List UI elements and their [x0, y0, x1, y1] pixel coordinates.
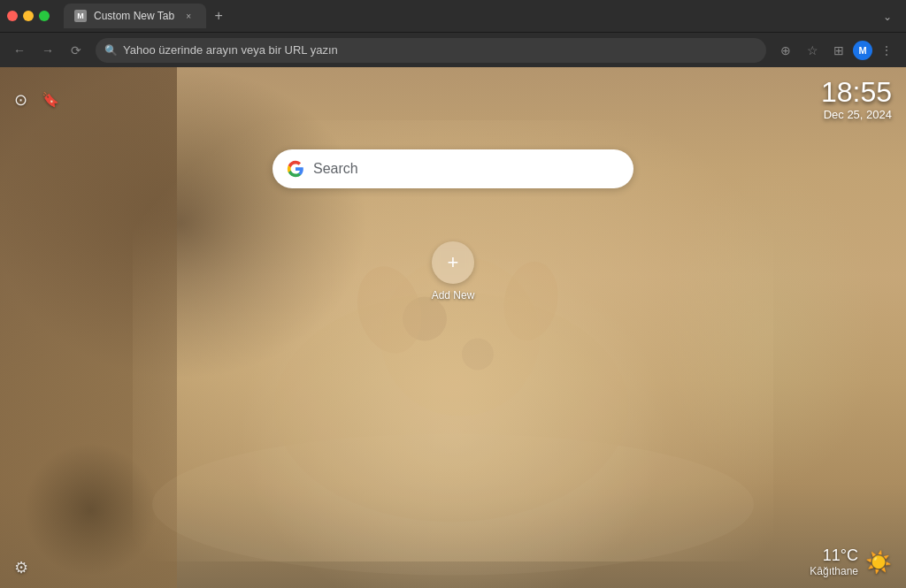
weather-location: Kâğıthane — [810, 565, 858, 577]
add-new-label: Add New — [432, 289, 475, 302]
navigation-bar: ← → ⟳ 🔍 Yahoo üzerinde arayın veya bir U… — [0, 32, 906, 67]
search-bar[interactable]: Search — [273, 149, 633, 188]
settings-button[interactable]: ⚙ — [14, 558, 28, 577]
tabs-menu-button[interactable]: ⌄ — [876, 7, 899, 27]
main-content: ⊙ 🔖 18:55 Dec 25, 2024 — [0, 67, 906, 588]
shortcuts-area: + Add New — [432, 241, 475, 302]
back-button[interactable]: ← — [7, 38, 32, 63]
forward-button[interactable]: → — [35, 38, 60, 63]
weather-info: 11°C Kâğıthane — [810, 546, 858, 577]
tab-close-button[interactable]: × — [181, 9, 196, 23]
top-widgets-bar: ⊙ 🔖 18:55 Dec 25, 2024 — [0, 67, 906, 132]
history-widget-icon[interactable]: ⊙ — [14, 90, 27, 110]
bookmark-button[interactable]: ☆ — [800, 38, 825, 63]
profile-button[interactable]: M — [853, 41, 872, 60]
weather-widget: 11°C Kâğıthane ☀️ — [810, 546, 892, 577]
browser-frame: M Custom New Tab × + ⌄ ← → ⟳ 🔍 Yahoo üze… — [0, 0, 906, 588]
tab-favicon: M — [74, 10, 87, 22]
active-tab[interactable]: M Custom New Tab × — [64, 4, 206, 28]
nav-actions: ⊕ ☆ ⊞ M ⋮ — [773, 38, 899, 63]
overlay: ⊙ 🔖 18:55 Dec 25, 2024 — [0, 67, 906, 588]
weather-icon: ☀️ — [865, 550, 892, 575]
top-left-icons: ⊙ 🔖 — [14, 78, 59, 121]
bookmark-widget-icon[interactable]: 🔖 — [42, 91, 59, 108]
address-text: Yahoo üzerinde arayın veya bir URL yazın — [123, 43, 757, 57]
google-logo — [287, 160, 304, 178]
location-button[interactable]: ⊕ — [773, 38, 798, 63]
tab-bar: M Custom New Tab × + ⌄ — [64, 4, 899, 28]
refresh-button[interactable]: ⟳ — [64, 38, 88, 63]
clock-time: 18:55 — [821, 78, 892, 106]
add-new-circle: + — [432, 241, 474, 284]
menu-button[interactable]: ⋮ — [874, 38, 899, 63]
weather-temperature: 11°C — [810, 546, 858, 565]
search-container: Search — [273, 149, 633, 188]
address-bar[interactable]: 🔍 Yahoo üzerinde arayın veya bir URL yaz… — [96, 38, 766, 63]
search-placeholder: Search — [313, 161, 619, 177]
minimize-traffic-light[interactable] — [23, 11, 34, 21]
bottom-bar: ⚙ 11°C Kâğıthane ☀️ — [0, 536, 906, 588]
clock-date: Dec 25, 2024 — [821, 108, 892, 121]
title-bar: M Custom New Tab × + ⌄ — [0, 0, 906, 32]
tab-title: Custom New Tab — [94, 10, 174, 22]
search-address-icon: 🔍 — [104, 44, 118, 57]
close-traffic-light[interactable] — [7, 11, 18, 21]
traffic-lights — [7, 11, 50, 21]
add-new-shortcut[interactable]: + Add New — [432, 241, 475, 302]
maximize-traffic-light[interactable] — [39, 11, 50, 21]
extensions-button[interactable]: ⊞ — [826, 38, 851, 63]
new-tab-button[interactable]: + — [206, 4, 231, 28]
clock-widget: 18:55 Dec 25, 2024 — [821, 78, 892, 121]
